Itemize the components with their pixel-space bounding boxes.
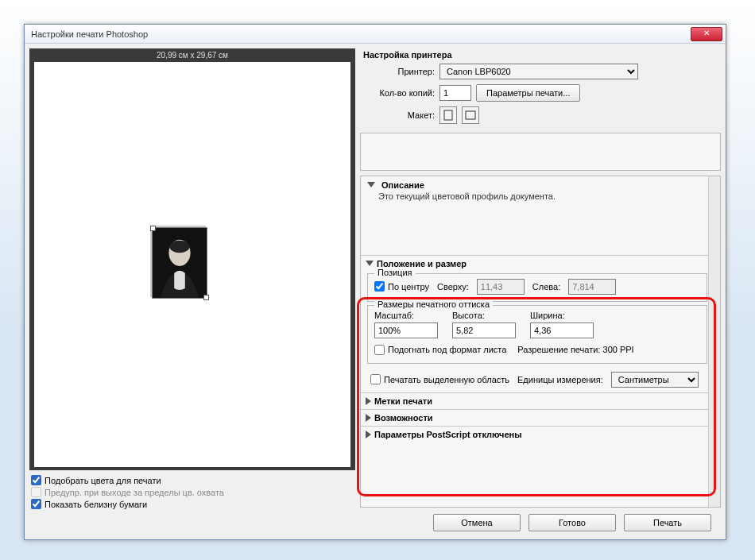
svg-point-2 <box>169 241 189 253</box>
preview-shell: 20,99 см x 29,67 см <box>29 48 355 470</box>
print-selection-input[interactable] <box>370 374 381 384</box>
preview-options: Подобрать цвета для печати Предупр. при … <box>29 470 355 509</box>
done-button[interactable]: Готово <box>528 514 616 531</box>
fit-media-input[interactable] <box>374 345 385 355</box>
copies-input[interactable] <box>439 85 471 101</box>
cancel-button[interactable]: Отмена <box>433 514 521 531</box>
gamut-warning-checkbox[interactable]: Предупр. при выходе за пределы цв. охват… <box>31 487 355 497</box>
settings-scroll-pane[interactable]: Описание Это текущий цветовой профиль до… <box>360 176 721 508</box>
description-title: Описание <box>381 180 424 190</box>
match-print-colors-label: Подобрать цвета для печати <box>45 476 161 485</box>
fit-media-label: Подогнать под формат листа <box>388 345 506 354</box>
copies-label: Кол-во копий: <box>363 88 435 98</box>
printer-label: Принтер: <box>363 67 435 76</box>
print-button[interactable]: Печать <box>624 514 711 531</box>
gamut-warning-input[interactable] <box>31 487 41 497</box>
height-label: Высота: <box>452 311 516 320</box>
chevron-right-icon <box>366 431 371 438</box>
match-print-colors-input[interactable] <box>31 475 41 485</box>
empty-box <box>360 133 721 171</box>
print-size-fieldset: Размеры печатного оттиска Масштаб: Высот… <box>367 305 707 364</box>
chevron-right-icon <box>366 397 371 405</box>
position-fieldset: Позиция По центру Сверху: Слева: <box>367 273 707 302</box>
scale-label: Масштаб: <box>374 311 438 320</box>
description-panel: Описание Это текущий цветовой профиль до… <box>361 176 720 207</box>
print-marks-header[interactable]: Метки печати <box>361 392 720 409</box>
preview-area[interactable] <box>34 62 350 467</box>
orientation-landscape-button[interactable] <box>462 106 479 124</box>
postscript-title: Параметры PostScript отключены <box>374 430 522 439</box>
orientation-portrait-button[interactable] <box>439 106 457 124</box>
width-label: Ширина: <box>530 311 594 320</box>
printer-select[interactable]: Canon LBP6020 <box>439 64 638 79</box>
portrait-icon <box>153 228 207 298</box>
portrait-orientation-icon <box>443 110 453 121</box>
content: 20,99 см x 29,67 см <box>25 44 726 539</box>
description-text: Это текущий цветовой профиль документа. <box>367 190 714 204</box>
printer-section-title: Настройка принтера <box>360 48 721 61</box>
center-checkbox[interactable]: По центру <box>374 281 429 292</box>
paper-white-label: Показать белизну бумаги <box>45 500 147 509</box>
copies-row: Кол-во копий: Параметры печати... <box>360 82 721 104</box>
units-select[interactable]: Сантиметры <box>611 372 699 388</box>
match-print-colors-checkbox[interactable]: Подобрать цвета для печати <box>31 475 355 485</box>
left-label: Слева: <box>532 282 560 292</box>
svg-rect-3 <box>444 110 452 120</box>
center-label: По центру <box>388 282 429 292</box>
settings-column: Настройка принтера Принтер: Canon LBP602… <box>360 48 721 535</box>
top-input <box>477 279 525 295</box>
svg-rect-4 <box>466 111 475 119</box>
preview-column: 20,99 см x 29,67 см <box>29 48 355 535</box>
center-input[interactable] <box>374 281 385 292</box>
position-legend: Позиция <box>374 268 416 277</box>
paper-white-input[interactable] <box>31 499 41 509</box>
titlebar: Настройки печати Photoshop ✕ <box>25 25 726 44</box>
window-title: Настройки печати Photoshop <box>31 29 691 39</box>
description-header[interactable]: Описание <box>367 180 424 190</box>
width-input[interactable] <box>530 322 594 338</box>
printer-row: Принтер: Canon LBP6020 <box>360 61 721 82</box>
print-selection-label: Печатать выделенную область <box>384 375 509 384</box>
functions-title: Возможности <box>374 413 433 423</box>
print-size-legend: Размеры печатного оттиска <box>374 299 493 309</box>
gamut-warning-label: Предупр. при выходе за пределы цв. охват… <box>45 488 224 497</box>
paper <box>48 76 336 453</box>
dialog-buttons: Отмена Готово Печать <box>360 508 721 535</box>
resolution-label: Разрешение печати: 300 PPI <box>517 345 633 354</box>
scale-input[interactable] <box>374 322 438 338</box>
image-thumbnail[interactable] <box>152 227 207 299</box>
chevron-down-icon <box>367 182 375 187</box>
units-label: Единицы измерения: <box>517 375 603 384</box>
print-selection-checkbox[interactable]: Печатать выделенную область <box>370 374 509 384</box>
top-label: Сверху: <box>437 282 469 292</box>
layout-label: Макет: <box>363 110 435 120</box>
landscape-orientation-icon <box>465 110 476 120</box>
print-marks-title: Метки печати <box>374 396 432 406</box>
postscript-header[interactable]: Параметры PostScript отключены <box>361 426 720 442</box>
paper-size-label: 20,99 см x 29,67 см <box>33 50 352 60</box>
print-settings-window: Настройки печати Photoshop ✕ 20,99 см x … <box>24 24 726 540</box>
left-input <box>568 279 616 295</box>
height-input[interactable] <box>452 322 516 338</box>
chevron-down-icon <box>366 261 374 266</box>
paper-white-checkbox[interactable]: Показать белизну бумаги <box>31 499 355 509</box>
print-params-button[interactable]: Параметры печати... <box>476 84 580 102</box>
fit-media-checkbox[interactable]: Подогнать под формат листа <box>374 345 506 355</box>
functions-header[interactable]: Возможности <box>361 409 720 426</box>
units-row: Печатать выделенную область Единицы изме… <box>361 367 711 392</box>
layout-row: Макет: <box>360 104 721 126</box>
chevron-right-icon <box>366 414 371 422</box>
close-button[interactable]: ✕ <box>691 27 722 41</box>
